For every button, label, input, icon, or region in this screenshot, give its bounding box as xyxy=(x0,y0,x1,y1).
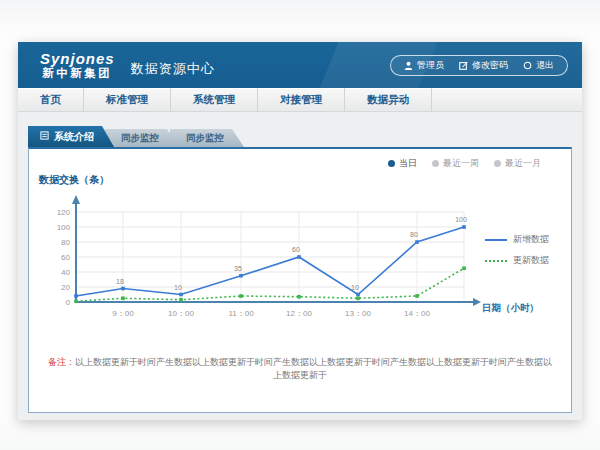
legend-line-sample xyxy=(485,260,507,262)
logout-label: 退出 xyxy=(536,59,554,72)
tab-label: 同步监控 xyxy=(121,132,159,143)
svg-text:日期（小时）: 日期（小时） xyxy=(482,302,539,314)
svg-text:13：00: 13：00 xyxy=(345,309,371,318)
svg-text:12：00: 12：00 xyxy=(286,309,312,318)
tab-1[interactable]: 同步监控 xyxy=(105,129,179,147)
user-menu: 管理员 修改密码 退出 xyxy=(390,55,568,76)
page-canvas: Synjones 新中新集团 数据资源中心 管理员 修改密码 xyxy=(0,0,600,450)
content-panel: 当日最近一周最近一月 数据交换（条） 0204060801001209：0010… xyxy=(28,147,572,413)
footnote: 备注：以上数据更新于时间产生数据以上数据更新于时间产生数据以上数据更新于时间产生… xyxy=(44,356,556,382)
radio-dot-icon xyxy=(494,160,501,167)
tab-bar: 系统介绍同步监控同步监控 xyxy=(28,126,582,147)
brand-logo: Synjones 新中新集团 xyxy=(40,51,115,79)
app-window: Synjones 新中新集团 数据资源中心 管理员 修改密码 xyxy=(18,42,582,420)
radio-dot-icon xyxy=(432,160,439,167)
nav-item-3[interactable]: 对接管理 xyxy=(258,88,345,111)
logout-button[interactable]: 退出 xyxy=(523,59,554,72)
tab-2[interactable]: 同步监控 xyxy=(170,129,244,147)
footnote-text: 以上数据更新于时间产生数据以上数据更新于时间产生数据以上数据更新于时间产生数据以… xyxy=(75,357,552,380)
svg-text:9：00: 9：00 xyxy=(112,309,134,318)
change-password-button[interactable]: 修改密码 xyxy=(459,59,508,72)
period-option-label: 最近一月 xyxy=(505,157,541,170)
nav-item-4[interactable]: 数据异动 xyxy=(345,88,432,111)
period-option-2[interactable]: 最近一月 xyxy=(494,157,541,170)
svg-text:80: 80 xyxy=(61,238,70,247)
main-nav: 首页标准管理系统管理对接管理数据异动 xyxy=(18,88,582,112)
svg-text:10: 10 xyxy=(174,284,182,291)
legend-item-1[interactable]: 更新数据 xyxy=(485,254,549,267)
legend-line-sample xyxy=(485,239,507,241)
edit-icon xyxy=(459,61,468,70)
period-selector: 当日最近一周最近一月 xyxy=(388,157,541,170)
svg-text:20: 20 xyxy=(61,283,70,292)
svg-text:10: 10 xyxy=(351,284,359,291)
legend-item-0[interactable]: 新增数据 xyxy=(485,233,549,246)
power-icon xyxy=(523,61,532,70)
svg-text:35: 35 xyxy=(234,265,242,272)
svg-text:14：00: 14：00 xyxy=(404,309,430,318)
svg-text:0: 0 xyxy=(66,298,71,307)
svg-text:60: 60 xyxy=(292,246,300,253)
brand-logo-en: Synjones xyxy=(40,51,115,67)
tab-0[interactable]: 系统介绍 xyxy=(28,126,114,147)
chart-legend: 新增数据更新数据 xyxy=(485,233,549,267)
nav-item-2[interactable]: 系统管理 xyxy=(171,88,258,111)
change-password-label: 修改密码 xyxy=(472,59,508,72)
svg-text:18: 18 xyxy=(116,278,124,285)
document-icon xyxy=(40,126,49,147)
svg-text:120: 120 xyxy=(57,208,71,217)
content-area: 系统介绍同步监控同步监控 当日最近一周最近一月 数据交换（条） 02040608… xyxy=(18,112,582,413)
page-title: 数据资源中心 xyxy=(131,60,215,78)
period-option-1[interactable]: 最近一周 xyxy=(432,157,479,170)
svg-text:80: 80 xyxy=(410,231,418,238)
admin-button[interactable]: 管理员 xyxy=(404,59,444,72)
svg-text:11：00: 11：00 xyxy=(228,309,254,318)
app-header: Synjones 新中新集团 数据资源中心 管理员 修改密码 xyxy=(18,42,582,88)
svg-text:100: 100 xyxy=(455,216,467,223)
tab-label: 同步监控 xyxy=(186,132,224,143)
admin-label: 管理员 xyxy=(417,59,444,72)
svg-text:60: 60 xyxy=(61,253,70,262)
period-option-label: 最近一周 xyxy=(443,157,479,170)
nav-item-1[interactable]: 标准管理 xyxy=(84,88,171,111)
legend-label: 更新数据 xyxy=(513,254,549,267)
svg-text:100: 100 xyxy=(57,223,71,232)
nav-item-0[interactable]: 首页 xyxy=(18,88,84,111)
brand-logo-cn: 新中新集团 xyxy=(40,67,115,79)
radio-dot-icon xyxy=(388,160,395,167)
user-icon xyxy=(404,61,413,70)
tab-label: 系统介绍 xyxy=(54,126,94,147)
period-option-label: 当日 xyxy=(399,157,417,170)
svg-text:10：00: 10：00 xyxy=(168,309,194,318)
y-axis-title: 数据交换（条） xyxy=(39,173,109,187)
svg-text:40: 40 xyxy=(61,268,70,277)
period-option-0[interactable]: 当日 xyxy=(388,157,417,170)
legend-label: 新增数据 xyxy=(513,233,549,246)
footnote-prefix: 备注： xyxy=(48,357,75,367)
